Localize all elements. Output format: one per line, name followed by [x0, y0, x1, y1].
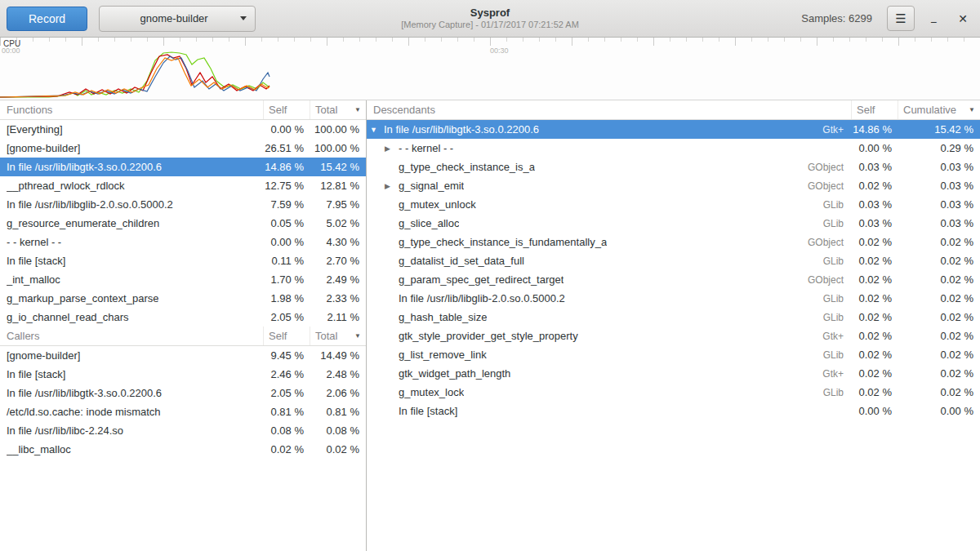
table-row[interactable]: In file [stack]2.46 %2.48 %: [0, 365, 366, 384]
cumulative-column-header[interactable]: Cumulative ▼: [898, 100, 980, 119]
total-value: 2.48 %: [310, 365, 366, 384]
self-value: 2.05 %: [264, 384, 310, 402]
table-row[interactable]: In file /usr/lib/libgtk-3.so.0.2200.62.0…: [0, 384, 366, 402]
process-selector-dropdown[interactable]: gnome-builder: [99, 6, 256, 32]
table-row[interactable]: In file /usr/lib/libglib-2.0.so.0.5000.2…: [367, 289, 980, 308]
descendants-column-header[interactable]: Descendants: [367, 100, 852, 119]
library-tag: GLib: [823, 199, 852, 211]
function-name: /etc/ld.so.cache: inode mismatch: [7, 406, 161, 418]
total-value: 2.06 %: [310, 384, 366, 402]
table-row[interactable]: - - kernel - -0.00 %4.30 %: [0, 233, 366, 251]
expand-arrow-icon[interactable]: ▶: [385, 144, 399, 153]
cumulative-value: 0.02 %: [898, 345, 980, 364]
self-value: 0.02 %: [852, 176, 898, 195]
cumulative-value: 0.02 %: [898, 233, 980, 251]
self-value: 2.46 %: [264, 365, 310, 384]
function-name: g_list_remove_link: [399, 349, 487, 361]
table-row[interactable]: g_list_remove_linkGLib0.02 %0.02 %: [367, 345, 980, 364]
table-row[interactable]: __libc_malloc0.02 %0.02 %: [0, 440, 366, 459]
total-value: 100.00 %: [310, 120, 366, 139]
table-row[interactable]: g_slice_allocGLib0.03 %0.03 %: [367, 214, 980, 233]
cumulative-value: 0.02 %: [898, 270, 980, 289]
table-row[interactable]: g_datalist_id_set_data_fullGLib0.02 %0.0…: [367, 251, 980, 270]
self-column-header[interactable]: Self: [852, 100, 898, 119]
total-column-label: Total: [315, 330, 337, 342]
total-value: 5.02 %: [310, 214, 366, 233]
table-row[interactable]: In file [stack]0.11 %2.70 %: [0, 251, 366, 270]
table-row[interactable]: [gnome-builder]26.51 %100.00 %: [0, 139, 366, 158]
function-name: g_slice_alloc: [399, 217, 459, 229]
function-name: In file /usr/lib/libglib-2.0.so.0.5000.2: [399, 292, 565, 304]
minimize-icon: −: [930, 16, 937, 29]
table-row[interactable]: [gnome-builder]9.45 %14.49 %: [0, 346, 366, 365]
function-name: In file /usr/lib/libgtk-3.so.0.2200.6: [7, 161, 162, 173]
function-name: [gnome-builder]: [7, 349, 80, 362]
self-value: 0.02 %: [852, 233, 898, 251]
self-column-header[interactable]: Self: [264, 327, 310, 345]
table-row[interactable]: In file /usr/lib/libgtk-3.so.0.2200.614.…: [0, 158, 366, 176]
function-name: In file [stack]: [399, 405, 457, 417]
cpu-timeline[interactable]: CPU 00:00 00:30: [0, 38, 980, 100]
collapse-arrow-icon[interactable]: ▼: [370, 126, 384, 134]
function-name: In file /usr/lib/libc-2.24.so: [7, 424, 123, 437]
function-name: In file [stack]: [7, 255, 65, 267]
table-row[interactable]: g_param_spec_get_redirect_targetGObject0…: [367, 270, 980, 289]
table-row[interactable]: g_io_channel_read_chars2.05 %2.11 %: [0, 308, 366, 327]
table-row[interactable]: g_mutex_lockGLib0.02 %0.02 %: [367, 383, 980, 402]
table-row[interactable]: In file /usr/lib/libc-2.24.so0.08 %0.08 …: [0, 421, 366, 440]
table-row[interactable]: g_markup_parse_context_parse1.98 %2.33 %: [0, 289, 366, 308]
cumulative-column-label: Cumulative: [903, 104, 956, 116]
table-row[interactable]: /etc/ld.so.cache: inode mismatch0.81 %0.…: [0, 402, 366, 421]
table-row[interactable]: [Everything]0.00 %100.00 %: [0, 120, 366, 139]
self-value: 0.05 %: [264, 214, 310, 233]
table-row[interactable]: g_type_check_instance_is_fundamentally_a…: [367, 233, 980, 251]
cumulative-value: 0.02 %: [898, 383, 980, 402]
total-value: 2.11 %: [310, 308, 366, 327]
function-name: _int_malloc: [7, 273, 60, 286]
self-value: 0.02 %: [264, 440, 310, 459]
chevron-down-icon: [240, 16, 247, 20]
library-tag: Gtk+: [822, 368, 852, 380]
record-button[interactable]: Record: [7, 7, 87, 31]
total-value: 2.33 %: [310, 289, 366, 308]
time-tick-mid: 00:30: [490, 47, 509, 55]
table-row[interactable]: __pthread_rwlock_rdlock12.75 %12.81 %: [0, 176, 366, 195]
table-row[interactable]: In file /usr/lib/libglib-2.0.so.0.5000.2…: [0, 195, 366, 214]
cumulative-value: 0.29 %: [898, 139, 980, 158]
table-row[interactable]: gtk_style_provider_get_style_propertyGtk…: [367, 327, 980, 345]
table-row[interactable]: ▶g_signal_emitGObject0.02 %0.03 %: [367, 176, 980, 195]
total-column-header[interactable]: Total ▼: [310, 327, 366, 345]
sort-indicator-icon: ▼: [969, 106, 975, 113]
total-value: 7.95 %: [310, 195, 366, 214]
functions-table: [Everything]0.00 %100.00 %[gnome-builder…: [0, 120, 366, 327]
table-row[interactable]: g_hash_table_sizeGLib0.02 %0.02 %: [367, 308, 980, 327]
self-column-header[interactable]: Self: [264, 100, 310, 119]
self-value: 0.02 %: [852, 270, 898, 289]
sort-indicator-icon: ▼: [354, 332, 361, 340]
table-row[interactable]: ▶- - kernel - -0.00 %0.29 %: [367, 139, 980, 158]
close-button[interactable]: ✕: [952, 8, 973, 29]
expand-arrow-icon[interactable]: ▶: [385, 182, 399, 190]
cumulative-value: 0.03 %: [898, 158, 980, 176]
table-row[interactable]: g_resource_enumerate_children0.05 %5.02 …: [0, 214, 366, 233]
cumulative-value: 0.03 %: [898, 176, 980, 195]
total-column-header[interactable]: Total ▼: [310, 100, 366, 119]
table-row[interactable]: g_mutex_unlockGLib0.03 %0.03 %: [367, 195, 980, 214]
table-row[interactable]: ▼In file /usr/lib/libgtk-3.so.0.2200.6Gt…: [367, 120, 980, 139]
function-name: gtk_style_provider_get_style_property: [399, 330, 578, 342]
table-row[interactable]: gtk_widget_path_lengthGtk+0.02 %0.02 %: [367, 364, 980, 383]
minimize-button[interactable]: −: [923, 8, 944, 29]
function-name: g_datalist_id_set_data_full: [399, 255, 524, 267]
functions-column-header[interactable]: Functions: [0, 100, 264, 119]
self-value: 2.05 %: [264, 308, 310, 327]
menu-button[interactable]: ☰: [887, 6, 915, 31]
cumulative-value: 0.02 %: [898, 251, 980, 270]
function-name: g_param_spec_get_redirect_target: [399, 273, 564, 286]
table-row[interactable]: g_type_check_instance_is_aGObject0.03 %0…: [367, 158, 980, 176]
cumulative-value: 0.02 %: [898, 364, 980, 383]
table-row[interactable]: _int_malloc1.70 %2.49 %: [0, 270, 366, 289]
table-row[interactable]: In file [stack]0.00 %0.00 %: [367, 402, 980, 420]
callers-column-header[interactable]: Callers: [0, 327, 264, 345]
left-pane: Functions Self Total ▼ [Everything]0.00 …: [0, 100, 367, 551]
cumulative-value: 0.03 %: [898, 214, 980, 233]
